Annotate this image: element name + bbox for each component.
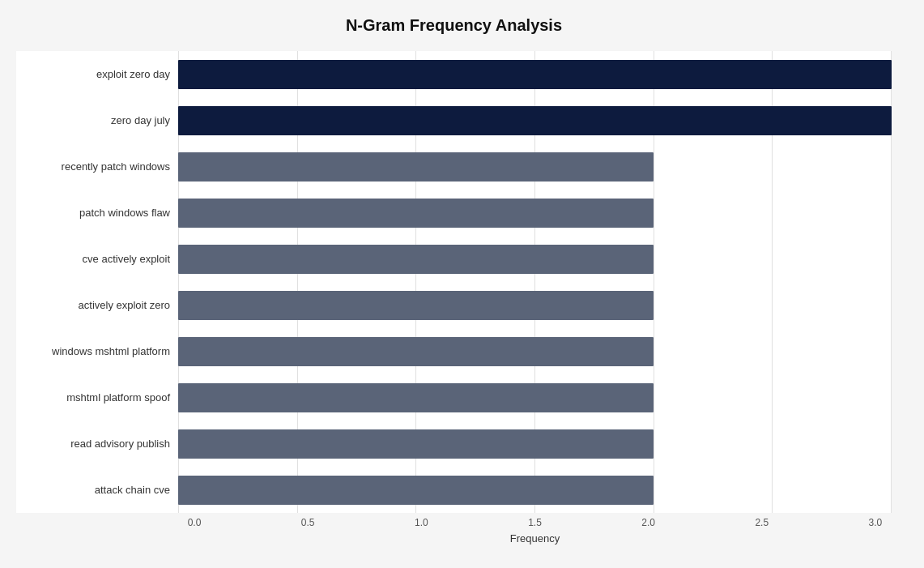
x-tick: 2.0 [632, 517, 665, 528]
x-axis-label: Frequency [178, 532, 892, 545]
bar-row [178, 421, 892, 467]
grid-and-bars [178, 51, 892, 513]
bar [178, 152, 654, 182]
bar [178, 383, 654, 412]
bar [178, 245, 654, 274]
y-label: attack chain cve [16, 467, 178, 513]
bar [178, 429, 654, 459]
x-tick: 0.5 [292, 517, 324, 528]
bar [178, 199, 654, 228]
bar [178, 476, 654, 505]
x-axis: 0.00.51.01.52.02.53.0 Frequency [178, 513, 892, 545]
y-label: recently patch windows [16, 143, 178, 190]
y-labels: exploit zero dayzero day julyrecently pa… [16, 51, 178, 513]
bar-row [178, 328, 892, 374]
bar-row [178, 97, 892, 143]
bar [178, 60, 892, 89]
x-ticks: 0.00.51.01.52.02.53.0 [178, 513, 892, 531]
y-label: mshtml platform spoof [16, 374, 178, 421]
bar-rows [178, 51, 892, 513]
bar-row [178, 374, 892, 421]
chart-container: N-Gram Frequency Analysis exploit zero d… [0, 0, 924, 568]
bar [178, 291, 654, 320]
bar-row [178, 282, 892, 328]
chart-title: N-Gram Frequency Analysis [16, 16, 892, 35]
y-label: actively exploit zero [16, 282, 178, 328]
bar-row [178, 190, 892, 236]
bar-row [178, 143, 892, 190]
bar-row [178, 467, 892, 513]
y-label: zero day july [16, 97, 178, 143]
bars-section: exploit zero dayzero day julyrecently pa… [16, 51, 892, 513]
x-tick: 1.0 [405, 517, 437, 528]
bars-and-grid [178, 51, 892, 513]
y-label: exploit zero day [16, 51, 178, 97]
y-label: patch windows flaw [16, 190, 178, 236]
x-tick: 2.5 [746, 517, 778, 528]
y-label: cve actively exploit [16, 236, 178, 282]
y-label: windows mshtml platform [16, 328, 178, 374]
chart-area: exploit zero dayzero day julyrecently pa… [16, 51, 892, 489]
x-tick: 3.0 [859, 517, 892, 528]
x-tick: 0.0 [178, 517, 211, 528]
bar-row [178, 51, 892, 97]
bar [178, 106, 892, 135]
bar-row [178, 236, 892, 282]
bar [178, 337, 654, 366]
x-tick: 1.5 [518, 517, 551, 528]
y-label: read advisory publish [16, 421, 178, 467]
